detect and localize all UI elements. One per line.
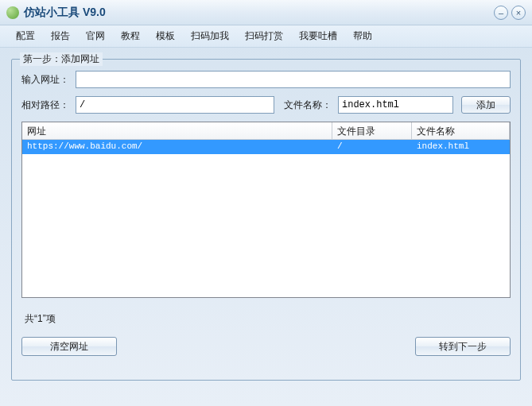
- close-button[interactable]: ×: [511, 6, 526, 20]
- menu-site[interactable]: 官网: [78, 26, 113, 46]
- menu-help[interactable]: 帮助: [345, 26, 380, 46]
- label-filename: 文件名称：: [284, 99, 338, 112]
- menu-template[interactable]: 模板: [148, 26, 183, 46]
- filename-input[interactable]: [338, 96, 453, 114]
- menu-report[interactable]: 报告: [43, 26, 78, 46]
- cell-url: https://www.baidu.com/: [22, 140, 332, 154]
- label-path: 相对路径：: [21, 99, 76, 112]
- content-area: 第一步：添加网址 输入网址： 相对路径： 文件名称： 添加 网址 文件目录 文件…: [0, 48, 532, 389]
- path-input[interactable]: [76, 96, 274, 114]
- app-icon: [6, 6, 19, 19]
- col-header-url[interactable]: 网址: [22, 122, 332, 139]
- col-header-dir[interactable]: 文件目录: [332, 122, 412, 139]
- menu-qr-tip[interactable]: 扫码打赏: [237, 26, 291, 46]
- next-button[interactable]: 转到下一步: [415, 337, 511, 356]
- minimize-button[interactable]: –: [494, 6, 508, 20]
- menu-feedback[interactable]: 我要吐槽: [291, 26, 345, 46]
- clear-button[interactable]: 清空网址: [21, 337, 117, 356]
- menu-config[interactable]: 配置: [8, 26, 43, 46]
- table-header: 网址 文件目录 文件名称: [22, 122, 510, 140]
- menu-qr-addme[interactable]: 扫码加我: [183, 26, 237, 46]
- url-table: 网址 文件目录 文件名称 https://www.baidu.com/ / in…: [21, 122, 511, 298]
- footer-row: 共“1”项: [21, 312, 511, 326]
- label-url: 输入网址：: [21, 73, 76, 87]
- step1-legend: 第一步：添加网址: [20, 52, 103, 66]
- url-input[interactable]: [76, 71, 511, 88]
- table-row[interactable]: https://www.baidu.com/ / index.html: [22, 140, 510, 154]
- menu-tutorial[interactable]: 教程: [113, 26, 148, 46]
- row-count: 共“1”项: [21, 312, 56, 326]
- window-title: 仿站小工具 V9.0: [24, 6, 491, 20]
- step1-fieldset: 第一步：添加网址 输入网址： 相对路径： 文件名称： 添加 网址 文件目录 文件…: [11, 59, 521, 381]
- cell-filename: index.html: [412, 140, 510, 154]
- row-url: 输入网址：: [21, 71, 511, 88]
- titlebar: 仿站小工具 V9.0 – ×: [0, 0, 532, 25]
- menubar: 配置 报告 官网 教程 模板 扫码加我 扫码打赏 我要吐槽 帮助: [0, 25, 532, 48]
- button-row: 清空网址 转到下一步: [21, 337, 511, 356]
- col-header-filename[interactable]: 文件名称: [412, 122, 510, 139]
- row-path: 相对路径： 文件名称： 添加: [21, 96, 511, 114]
- cell-dir: /: [332, 140, 412, 154]
- add-button[interactable]: 添加: [461, 96, 511, 114]
